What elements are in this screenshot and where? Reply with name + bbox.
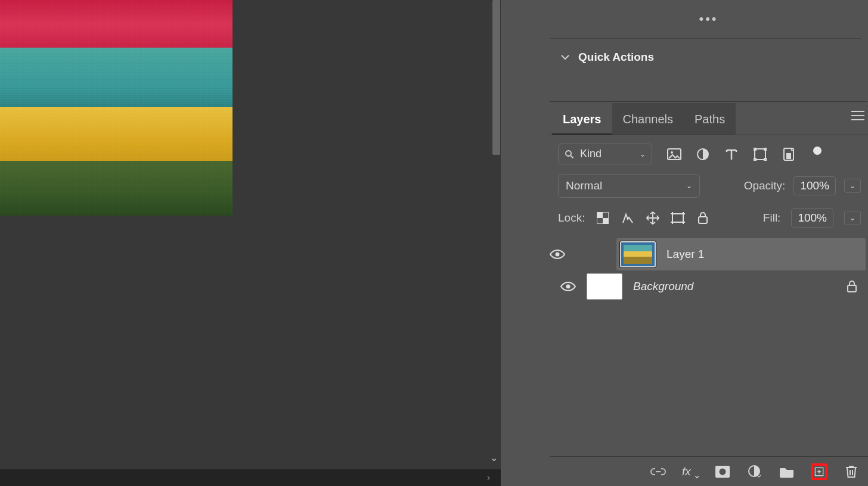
layers-panel-footer: fx (550, 456, 868, 486)
layer-name[interactable]: Layer 1 (666, 248, 704, 261)
layer-row[interactable]: Layer 1 (616, 238, 866, 270)
lock-label: Lock: (558, 211, 585, 225)
fill-dropdown[interactable]: ⌄ (844, 211, 861, 225)
svg-text:fx: fx (682, 465, 691, 478)
panel-dock-strip (501, 0, 550, 486)
lock-icon (847, 280, 857, 293)
layer-visibility-toggle[interactable] (550, 249, 583, 260)
filter-toggle-dot[interactable] (813, 147, 822, 155)
search-icon (565, 149, 574, 159)
svg-point-16 (556, 253, 560, 257)
blend-row: Normal ⌄ Opacity: 100% ⌄ (550, 164, 868, 198)
svg-point-21 (720, 468, 726, 475)
blend-mode-dropdown[interactable]: Normal ⌄ (558, 174, 700, 198)
filter-kind-label: Kind (580, 148, 602, 160)
panel-menu-icon[interactable] (851, 110, 864, 121)
svg-rect-14 (672, 214, 683, 222)
svg-rect-5 (754, 148, 757, 151)
panel-tabs: Layers Channels Paths (550, 102, 868, 135)
document-canvas-area[interactable]: ⌄ › (0, 0, 501, 486)
svg-point-2 (671, 151, 673, 154)
filter-shape-icon[interactable] (752, 147, 768, 162)
svg-rect-7 (754, 158, 757, 161)
filter-type-icons (666, 147, 822, 162)
fill-value[interactable]: 100% (791, 208, 833, 228)
ellipsis-icon[interactable]: ••• (699, 11, 718, 27)
layer-name[interactable]: Background (633, 280, 693, 293)
svg-rect-12 (597, 212, 603, 218)
opacity-value[interactable]: 100% (793, 176, 836, 195)
filter-smartobject-icon[interactable] (781, 147, 796, 162)
lock-image-icon[interactable] (621, 211, 635, 225)
lock-all-icon[interactable] (696, 211, 710, 225)
tab-paths[interactable]: Paths (684, 103, 736, 135)
layer-row[interactable]: Background (550, 270, 868, 303)
quick-actions-title: Quick Actions (578, 51, 654, 64)
new-adjustment-layer-icon[interactable] (746, 463, 763, 480)
layer-thumbnail[interactable] (587, 273, 622, 300)
delete-layer-icon[interactable] (843, 463, 860, 480)
svg-rect-18 (848, 285, 856, 292)
lock-artboard-icon[interactable] (671, 211, 685, 225)
layer-thumbnail[interactable] (620, 241, 656, 267)
lock-position-icon[interactable] (646, 211, 660, 225)
svg-rect-15 (699, 217, 707, 223)
canvas-status-bar: › (0, 469, 501, 486)
chevron-down-icon: ⌄ (686, 182, 692, 190)
svg-point-0 (566, 151, 571, 156)
quick-actions-header[interactable]: Quick Actions (550, 39, 867, 76)
right-panels: ••• Quick Actions Layers Channels Paths … (550, 0, 868, 486)
svg-rect-6 (764, 148, 767, 151)
new-layer-button[interactable] (811, 463, 827, 480)
filter-adjustment-icon[interactable] (695, 147, 711, 162)
opacity-label: Opacity: (744, 179, 786, 192)
canvas-image (0, 0, 232, 216)
svg-rect-13 (603, 218, 609, 224)
opacity-dropdown[interactable]: ⌄ (844, 179, 861, 193)
tab-layers[interactable]: Layers (552, 103, 612, 135)
tab-channels[interactable]: Channels (612, 103, 684, 135)
vertical-scrollbar[interactable] (492, 0, 500, 155)
link-layers-icon[interactable] (650, 463, 666, 480)
filter-type-icon[interactable] (724, 147, 739, 162)
svg-point-17 (566, 285, 571, 289)
layer-filter-row: Kind ⌄ (550, 135, 868, 164)
new-group-icon[interactable] (779, 463, 795, 480)
layer-style-fx-icon[interactable]: fx (682, 463, 699, 480)
chevron-down-icon[interactable]: ⌄ (490, 452, 498, 463)
filter-pixel-icon[interactable] (666, 147, 682, 162)
lock-row: Lock: Fill: 100% ⌄ (550, 198, 868, 236)
layer-visibility-toggle[interactable] (560, 281, 576, 292)
filter-kind-dropdown[interactable]: Kind ⌄ (558, 144, 652, 164)
properties-panel: ••• Quick Actions (550, 0, 868, 102)
blend-mode-value: Normal (566, 179, 602, 192)
chevron-right-icon[interactable]: › (487, 472, 490, 483)
fill-label: Fill: (763, 211, 781, 225)
layers-list: Layer 1 Background (550, 236, 868, 303)
add-mask-icon[interactable] (714, 463, 731, 480)
chevron-down-icon: ⌄ (640, 150, 646, 158)
chevron-down-icon (560, 52, 570, 62)
svg-rect-10 (786, 153, 791, 159)
svg-rect-8 (764, 158, 767, 161)
lock-transparency-icon[interactable] (596, 211, 610, 225)
